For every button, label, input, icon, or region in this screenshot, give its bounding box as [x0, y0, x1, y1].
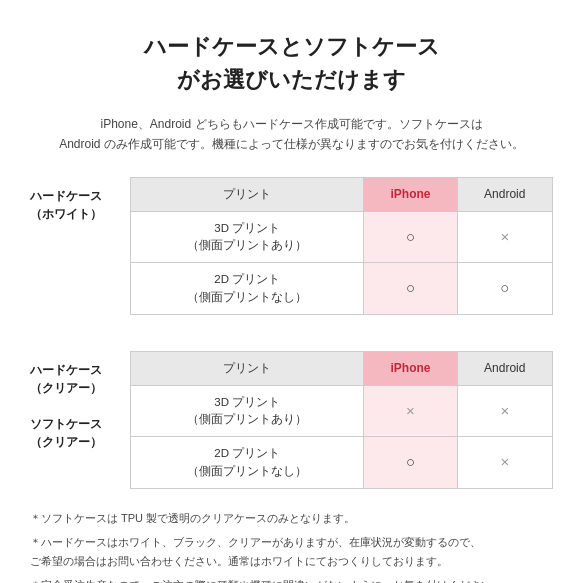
table-row: 2D プリント（側面プリントなし） ○ ○ — [131, 263, 553, 315]
row1-iphone: ○ — [364, 211, 457, 263]
row3-label: 3D プリント（側面プリントあり） — [131, 385, 364, 437]
note-3: ＊完全受注生産なので、ご注文の際に種類や機種に間違いがないように、お気を付けくだ… — [30, 576, 553, 583]
gap — [30, 331, 553, 351]
col-header-android-1: Android — [457, 177, 552, 211]
row2-android: ○ — [457, 263, 552, 315]
col-header-print-1: プリント — [131, 177, 364, 211]
note-2: ＊ハードケースはホワイト、ブラック、クリアーがありますが、在庫状況が変動するので… — [30, 533, 553, 573]
table-hard-white: プリント iPhone Android 3D プリント（側面プリントあり） ○ … — [130, 177, 553, 315]
table2-wrap: プリント iPhone Android 3D プリント（側面プリントあり） × … — [130, 351, 553, 489]
row3-android: × — [457, 385, 552, 437]
table-hard-clear: プリント iPhone Android 3D プリント（側面プリントあり） × … — [130, 351, 553, 489]
row-label-hard-clear: ハードケース （クリアー） ソフトケース （クリアー） — [30, 351, 130, 451]
notes-section: ＊ソフトケースは TPU 製で透明のクリアケースのみとなります。 ＊ハードケース… — [30, 509, 553, 583]
row1-label: 3D プリント（側面プリントあり） — [131, 211, 364, 263]
col-header-iphone-1: iPhone — [364, 177, 457, 211]
section-hard-clear: ハードケース （クリアー） ソフトケース （クリアー） プリント iPhone … — [30, 351, 553, 489]
table-row: 3D プリント（側面プリントあり） × × — [131, 385, 553, 437]
table1-wrap: プリント iPhone Android 3D プリント（側面プリントあり） ○ … — [130, 177, 553, 315]
row2-label: 2D プリント（側面プリントなし） — [131, 263, 364, 315]
row4-label: 2D プリント（側面プリントなし） — [131, 437, 364, 489]
section-hard-white: ハードケース （ホワイト） プリント iPhone Android 3D プリン… — [30, 177, 553, 315]
col-header-print-2: プリント — [131, 351, 364, 385]
col-header-android-2: Android — [457, 351, 552, 385]
row3-iphone: × — [364, 385, 457, 437]
main-title: ハードケースとソフトケース がお選びいただけます — [30, 30, 553, 96]
table-row: 3D プリント（側面プリントあり） ○ × — [131, 211, 553, 263]
row4-iphone: ○ — [364, 437, 457, 489]
table-row: 2D プリント（側面プリントなし） ○ × — [131, 437, 553, 489]
subtitle-text: iPhone、Android どちらもハードケース作成可能です。ソフトケースは … — [30, 114, 553, 155]
row1-android: × — [457, 211, 552, 263]
col-header-iphone-2: iPhone — [364, 351, 457, 385]
row-label-hard-white: ハードケース （ホワイト） — [30, 177, 130, 223]
page: ハードケースとソフトケース がお選びいただけます iPhone、Android … — [0, 0, 583, 583]
row2-iphone: ○ — [364, 263, 457, 315]
note-1: ＊ソフトケースは TPU 製で透明のクリアケースのみとなります。 — [30, 509, 553, 529]
row4-android: × — [457, 437, 552, 489]
